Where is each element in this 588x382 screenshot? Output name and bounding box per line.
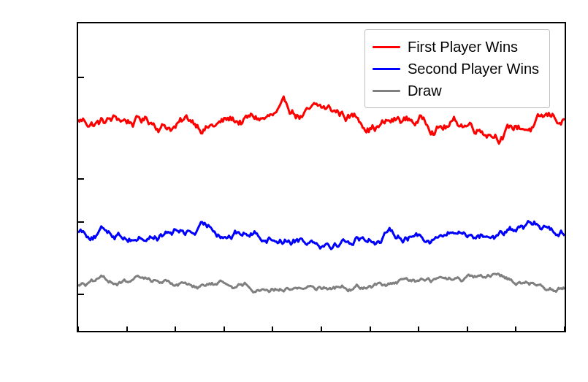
legend-item: Second Player Wins [373,58,539,80]
legend: First Player Wins Second Player Wins Dra… [364,29,550,108]
legend-swatch [373,90,400,92]
plot-area: First Player Wins Second Player Wins Dra… [77,22,566,332]
legend-swatch [373,68,400,70]
legend-label: First Player Wins [408,36,518,58]
legend-label: Draw [408,80,442,102]
legend-swatch [373,46,400,48]
legend-label: Second Player Wins [408,58,539,80]
series-line [78,221,565,249]
legend-item: Draw [373,80,539,102]
legend-item: First Player Wins [373,36,539,58]
chart-container: First Player Wins Second Player Wins Dra… [0,0,588,382]
series-line [78,274,565,293]
